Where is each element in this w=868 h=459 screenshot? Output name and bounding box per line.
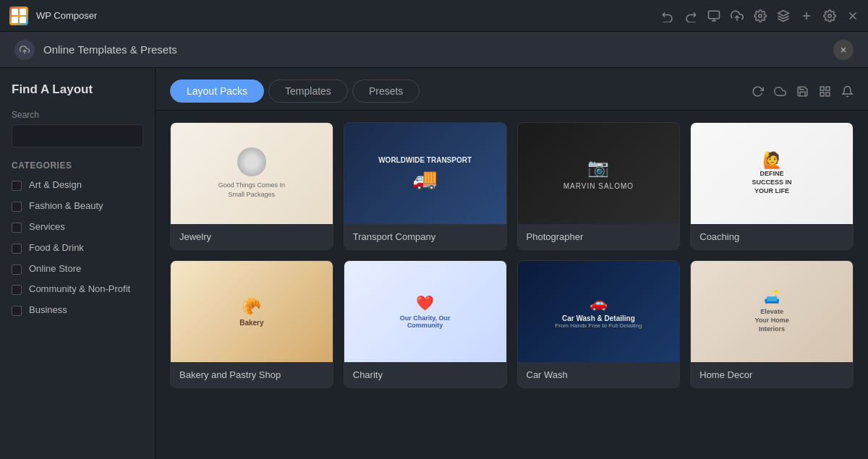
upload-button[interactable] [731, 9, 744, 22]
svg-point-2 [759, 14, 762, 17]
template-name-car-wash: Car Wash [518, 362, 680, 387]
photographer-brand-text: MARVIN SALOMO [563, 182, 634, 190]
tab-bar: Layout Packs Templates Presets [156, 68, 868, 111]
online-store-label: Online Store [29, 263, 81, 275]
template-card-jewelry[interactable]: Good Things Comes InSmall Packages Jewel… [170, 122, 333, 250]
transport-thumb-headline: WORLDWIDE TRANSPORT [378, 156, 472, 164]
template-thumb-transport: WORLDWIDE TRANSPORT 🚚 [344, 123, 506, 224]
template-name-charity: Charity [344, 362, 506, 387]
sidebar-item-business[interactable]: Business [12, 304, 143, 317]
template-card-photographer[interactable]: 📷 MARVIN SALOMO Photographer [517, 122, 681, 250]
homedecor-icon: 🛋️ [764, 289, 780, 305]
tab-presets[interactable]: Presets [352, 80, 420, 103]
title-bar-actions [661, 9, 859, 22]
bakery-icon: 🥐 [242, 297, 261, 316]
sidebar-item-art-design[interactable]: Art & Design [12, 179, 143, 192]
templates-grid: Good Things Comes InSmall Packages Jewel… [156, 111, 868, 459]
art-design-label: Art & Design [29, 179, 82, 192]
transport-truck-icon: 🚚 [412, 167, 438, 191]
coaching-thumb-headline: DEFINESUCCESS INYOUR LIFE [752, 170, 792, 195]
bakery-thumb-text: Bakery [239, 319, 263, 327]
monitor-button[interactable] [707, 9, 720, 22]
template-name-bakery-pastry-shop: Bakery and Pastry Shop [171, 362, 333, 387]
cloud-icon-button[interactable] [774, 85, 786, 98]
svg-rect-14 [820, 92, 824, 95]
sidebar-title: Find A Layout [12, 82, 143, 97]
app-name: WP Composer [36, 10, 661, 21]
art-design-checkbox[interactable] [12, 181, 22, 191]
fashion-beauty-label: Fashion & Beauty [29, 200, 103, 213]
template-thumb-jewelry: Good Things Comes InSmall Packages [171, 123, 333, 224]
template-name-jewelry: Jewelry [171, 224, 333, 249]
svg-rect-13 [826, 87, 830, 90]
fashion-beauty-checkbox[interactable] [12, 202, 22, 212]
search-input[interactable] [12, 124, 143, 147]
grid-icon-button[interactable] [819, 85, 831, 98]
carwash-thumb-text: Car Wash & Detailing [562, 314, 635, 322]
template-thumb-bakery: 🥐 Bakery [171, 261, 333, 362]
food-drink-checkbox[interactable] [12, 244, 22, 254]
template-thumb-car-wash: 🚗 Car Wash & Detailing From Hands Free t… [518, 261, 680, 362]
carwash-thumb-sub: From Hands Free to Full Detailing [555, 322, 642, 329]
template-name-photographer: Photographer [518, 224, 680, 249]
template-card-charity[interactable]: ❤️ Our Charity, OurCommunity Charity [344, 260, 507, 388]
template-card-car-wash[interactable]: 🚗 Car Wash & Detailing From Hands Free t… [517, 260, 681, 388]
main-layout: Find A Layout Search Categories Art & De… [0, 68, 868, 459]
homedecor-thumb-text: ElevateYour HomeInteriors [754, 308, 788, 333]
coaching-figure-icon: 🙋 [762, 151, 782, 170]
template-name-coaching: Coaching [691, 224, 853, 249]
template-thumb-coaching: 🙋 DEFINESUCCESS INYOUR LIFE [691, 123, 853, 224]
tab-actions [752, 85, 854, 98]
bell-icon-button[interactable] [841, 85, 854, 98]
charity-thumb-text: Our Charity, OurCommunity [400, 314, 451, 329]
tab-layout-packs[interactable]: Layout Packs [170, 80, 264, 103]
template-card-home-decor[interactable]: 🛋️ ElevateYour HomeInteriors Home Decor [690, 260, 854, 388]
settings-circle-button[interactable] [754, 9, 767, 22]
sidebar: Find A Layout Search Categories Art & De… [0, 68, 156, 459]
refresh-icon-button[interactable] [752, 85, 764, 98]
sidebar-item-food-drink[interactable]: Food & Drink [12, 242, 143, 254]
carwash-icon: 🚗 [590, 294, 608, 312]
redo-button[interactable] [684, 9, 697, 22]
community-nonprofit-label: Community & Non-Profit [29, 283, 130, 296]
community-nonprofit-checkbox[interactable] [12, 285, 22, 295]
template-name-home-decor: Home Decor [691, 362, 853, 387]
title-bar: WP Composer [0, 0, 868, 32]
template-card-transport-company[interactable]: WORLDWIDE TRANSPORT 🚚 Transport Company [344, 122, 507, 250]
sidebar-item-community-nonprofit[interactable]: Community & Non-Profit [12, 283, 143, 296]
svg-rect-15 [826, 92, 830, 95]
services-label: Services [29, 221, 65, 233]
search-label: Search [12, 110, 143, 120]
photographer-camera-icon: 📷 [587, 158, 609, 178]
online-store-checkbox[interactable] [12, 265, 22, 275]
sidebar-item-services[interactable]: Services [12, 221, 143, 233]
layers-button[interactable] [777, 9, 790, 22]
svg-marker-3 [778, 10, 789, 16]
gear-button[interactable] [823, 9, 836, 22]
svg-rect-12 [820, 87, 824, 90]
undo-button[interactable] [661, 9, 674, 22]
add-button[interactable] [800, 9, 813, 22]
svg-rect-0 [709, 11, 720, 19]
sidebar-item-fashion-beauty[interactable]: Fashion & Beauty [12, 200, 143, 213]
template-name-transport-company: Transport Company [344, 224, 506, 249]
jewelry-thumb-text: Good Things Comes InSmall Packages [218, 181, 285, 199]
modal-header: Online Templates & Presets [0, 32, 868, 68]
business-label: Business [29, 304, 67, 317]
window-close-button[interactable] [846, 9, 859, 22]
save-icon-button[interactable] [796, 85, 809, 98]
app-logo [9, 6, 29, 26]
services-checkbox[interactable] [12, 223, 22, 233]
template-card-coaching[interactable]: 🙋 DEFINESUCCESS INYOUR LIFE Coaching [690, 122, 854, 250]
food-drink-label: Food & Drink [29, 242, 84, 254]
template-card-bakery-pastry-shop[interactable]: 🥐 Bakery Bakery and Pastry Shop [170, 260, 333, 388]
business-checkbox[interactable] [12, 306, 22, 316]
template-thumb-home-decor: 🛋️ ElevateYour HomeInteriors [691, 261, 853, 362]
jewelry-circle-decoration [237, 147, 266, 176]
modal-close-button[interactable] [833, 40, 854, 60]
tab-templates[interactable]: Templates [268, 80, 348, 103]
categories-title: Categories [12, 160, 143, 171]
content-area: Layout Packs Templates Presets [156, 68, 868, 459]
template-thumb-charity: ❤️ Our Charity, OurCommunity [344, 261, 506, 362]
sidebar-item-online-store[interactable]: Online Store [12, 263, 143, 275]
